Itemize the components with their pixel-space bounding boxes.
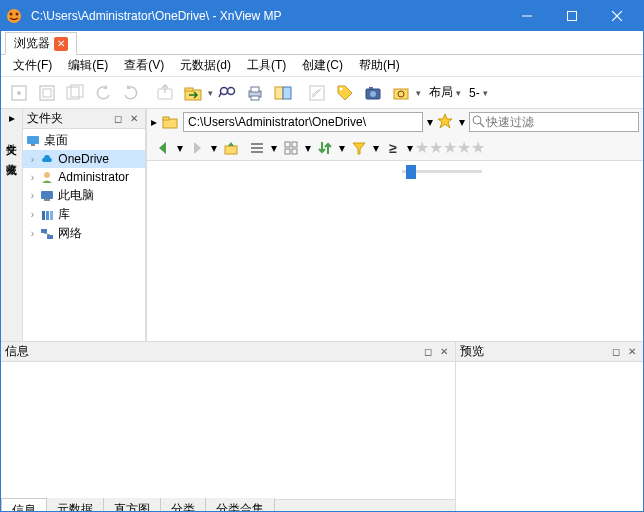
- zoom-slider[interactable]: [402, 163, 482, 179]
- tree-item-network[interactable]: › 网络: [23, 224, 145, 243]
- info-body: [1, 362, 455, 499]
- expand-icon[interactable]: ›: [25, 228, 39, 239]
- expand-icon[interactable]: ›: [25, 172, 39, 183]
- print-button[interactable]: [241, 79, 269, 107]
- star-icon[interactable]: ★: [415, 138, 429, 157]
- chevron-down-icon[interactable]: ▾: [483, 88, 488, 98]
- svg-rect-9: [40, 86, 54, 100]
- chevron-down-icon[interactable]: ▾: [305, 141, 311, 155]
- expand-icon[interactable]: ▸: [151, 115, 157, 129]
- rotate-right-button[interactable]: [117, 79, 145, 107]
- chevron-down-icon[interactable]: ▾: [211, 141, 217, 155]
- ge-button[interactable]: ≥: [381, 137, 405, 159]
- tree-item-administrator[interactable]: › Administrator: [23, 168, 145, 186]
- view-list-button[interactable]: [245, 137, 269, 159]
- view-mode-label[interactable]: 5-: [469, 86, 480, 100]
- sidebar-tab-folders[interactable]: 文件夹: [2, 125, 21, 145]
- chevron-down-icon[interactable]: ▾: [459, 115, 465, 129]
- info-pane-title: 信息: [5, 343, 419, 360]
- star-icon[interactable]: ★: [457, 138, 471, 157]
- close-icon[interactable]: ✕: [437, 345, 451, 359]
- chevron-down-icon[interactable]: ▾: [456, 88, 461, 98]
- sort-button[interactable]: [313, 137, 337, 159]
- tab-category[interactable]: 分类: [161, 498, 206, 512]
- tree-item-desktop[interactable]: 桌面: [23, 131, 145, 150]
- capture-button[interactable]: [359, 79, 387, 107]
- tab-metadata[interactable]: 元数据: [47, 498, 104, 512]
- tab-histogram[interactable]: 直方图: [104, 498, 161, 512]
- svg-rect-21: [251, 87, 259, 92]
- undock-icon[interactable]: ◻: [111, 112, 125, 126]
- address-input[interactable]: [183, 112, 423, 132]
- tree-item-libraries[interactable]: › 库: [23, 205, 145, 224]
- star-icon[interactable]: ★: [471, 138, 485, 157]
- search-button[interactable]: [213, 79, 241, 107]
- expand-icon[interactable]: ›: [25, 190, 39, 201]
- layout-label: 布局: [429, 84, 453, 101]
- expand-icon[interactable]: ›: [25, 209, 39, 220]
- star-icon[interactable]: ★: [429, 138, 443, 157]
- browser-tab[interactable]: 浏览器 ✕: [5, 32, 77, 55]
- undock-icon[interactable]: ◻: [609, 345, 623, 359]
- tree-label: 此电脑: [58, 187, 94, 204]
- expand-icon[interactable]: ›: [25, 154, 39, 165]
- chevron-down-icon[interactable]: ▾: [271, 141, 277, 155]
- user-icon: [39, 169, 55, 185]
- slideshow-button[interactable]: [61, 79, 89, 107]
- close-icon[interactable]: ✕: [625, 345, 639, 359]
- menu-file[interactable]: 文件(F): [5, 55, 60, 76]
- folder-tree[interactable]: 桌面 › OneDrive › Administrator › 此电脑 › 库: [23, 129, 145, 341]
- chevron-down-icon[interactable]: ▾: [339, 141, 345, 155]
- chevron-down-icon[interactable]: ▾: [177, 141, 183, 155]
- filter-box[interactable]: [469, 112, 639, 132]
- menu-metadata[interactable]: 元数据(d): [172, 55, 239, 76]
- star-icon[interactable]: ★: [443, 138, 457, 157]
- expand-icon[interactable]: ▸: [9, 111, 15, 125]
- settings-button[interactable]: [387, 79, 415, 107]
- preview-pane-title: 预览: [460, 343, 607, 360]
- content-pane: ▸ ▾ ▾ ▾ ▾ ▾ ▾ ▾ ▾ ≥▾ ★ ★ ★ ★ ★: [146, 109, 643, 341]
- filter-input[interactable]: [486, 115, 636, 129]
- app-icon: [5, 7, 23, 25]
- sidebar-tab-favorites[interactable]: 收藏夹: [2, 145, 21, 165]
- tag-button[interactable]: [331, 79, 359, 107]
- view-thumbs-button[interactable]: [279, 137, 303, 159]
- compare-button[interactable]: [269, 79, 297, 107]
- menu-edit[interactable]: 编辑(E): [60, 55, 116, 76]
- tab-category-sets[interactable]: 分类合集: [206, 498, 275, 512]
- batch-convert-button[interactable]: [179, 79, 207, 107]
- fullscreen-button[interactable]: [33, 79, 61, 107]
- close-icon[interactable]: ✕: [54, 37, 68, 51]
- chevron-down-icon[interactable]: ▾: [373, 141, 379, 155]
- tree-item-thispc[interactable]: › 此电脑: [23, 186, 145, 205]
- thumbnail-area[interactable]: [147, 161, 643, 341]
- chevron-down-icon[interactable]: ▾: [427, 115, 433, 129]
- export-button[interactable]: [151, 79, 179, 107]
- rating-stars[interactable]: ★ ★ ★ ★ ★: [415, 138, 485, 157]
- rotate-left-button[interactable]: [89, 79, 117, 107]
- forward-button[interactable]: [185, 137, 209, 159]
- tree-item-onedrive[interactable]: › OneDrive: [23, 150, 145, 168]
- menu-view[interactable]: 查看(V): [116, 55, 172, 76]
- close-icon[interactable]: ✕: [127, 112, 141, 126]
- tab-info[interactable]: 信息: [1, 498, 47, 512]
- chevron-down-icon[interactable]: ▾: [407, 141, 413, 155]
- up-folder-button[interactable]: [219, 137, 243, 159]
- pc-icon: [39, 188, 55, 204]
- filter-button[interactable]: [347, 137, 371, 159]
- minimize-button[interactable]: [504, 1, 549, 31]
- chevron-down-icon[interactable]: ▾: [416, 88, 421, 98]
- cloud-icon: [39, 151, 55, 167]
- edit-button[interactable]: [303, 79, 331, 107]
- menu-create[interactable]: 创建(C): [294, 55, 351, 76]
- menu-tools[interactable]: 工具(T): [239, 55, 294, 76]
- svg-rect-49: [251, 147, 263, 149]
- undock-icon[interactable]: ◻: [421, 345, 435, 359]
- close-button[interactable]: [594, 1, 639, 31]
- maximize-button[interactable]: [549, 1, 594, 31]
- favorite-button[interactable]: [437, 113, 455, 131]
- svg-rect-32: [27, 136, 39, 144]
- open-button[interactable]: [5, 79, 33, 107]
- menu-help[interactable]: 帮助(H): [351, 55, 408, 76]
- back-button[interactable]: [151, 137, 175, 159]
